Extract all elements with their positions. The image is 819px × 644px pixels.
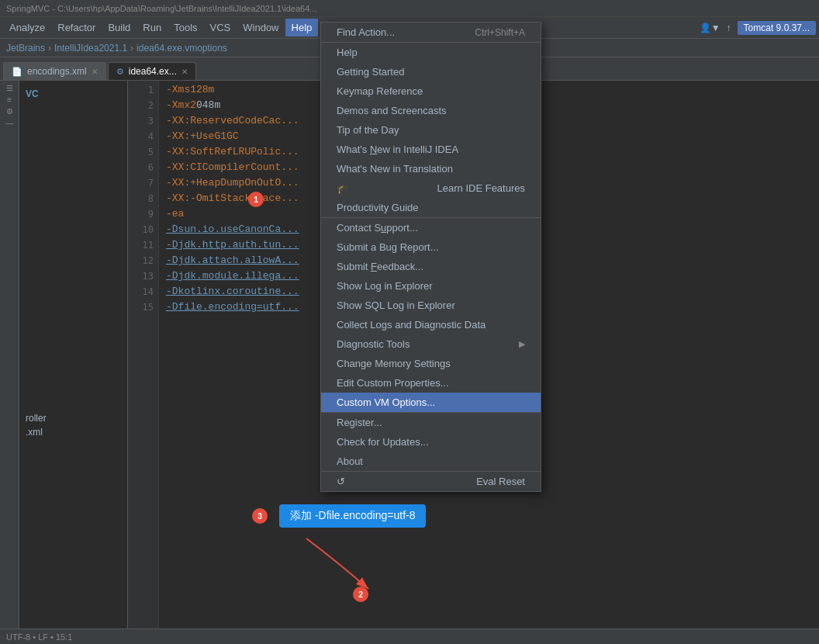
line-num-12: 12: [128, 253, 158, 268]
find-action-label: Find Action...: [337, 26, 395, 38]
annotation-bubble: 添加 -Dfile.encoding=utf-8: [279, 504, 426, 528]
menu-help[interactable]: Help: [285, 19, 319, 36]
annotation-bubble-text: 添加 -Dfile.encoding=utf-8: [290, 509, 415, 521]
breadcrumb-item-file[interactable]: idea64.exe.vmoptions: [136, 43, 227, 54]
menu-analyze[interactable]: Analyze: [3, 19, 51, 36]
learn-ide-label: Learn IDE Features: [437, 182, 525, 194]
annotation-circle-2: 2: [353, 587, 368, 602]
show-sql-log-label: Show SQL Log in Explorer: [337, 299, 455, 311]
tip-label: Tip of the Day: [337, 124, 399, 136]
menu-window[interactable]: Window: [237, 19, 285, 36]
contact-support-label: Contact Support...: [337, 222, 418, 234]
menu-submit-feedback[interactable]: Submit Feedback...: [321, 257, 541, 276]
menu-tools[interactable]: Tools: [168, 19, 203, 36]
breadcrumb-sep2: ›: [130, 43, 133, 54]
breadcrumb-sep1: ›: [48, 43, 51, 54]
sidebar: VC roller .xml: [19, 81, 128, 644]
line-num-4: 4: [128, 129, 158, 144]
menu-change-memory[interactable]: Change Memory Settings: [321, 354, 541, 373]
menu-eval-reset[interactable]: ↺ Eval Reset: [321, 471, 541, 491]
breadcrumb-item-idea[interactable]: IntelliJIdea2021.1: [54, 43, 127, 54]
menu-whats-new-idea[interactable]: What's New in IntelliJ IDEA: [321, 140, 541, 159]
xml-file-icon: 📄: [12, 67, 22, 77]
menu-show-sql-log[interactable]: Show SQL Log in Explorer: [321, 296, 541, 315]
custom-vm-options-label: Custom VM Options...: [337, 396, 435, 408]
tab-idea64-close[interactable]: ✕: [181, 68, 188, 76]
menu-vcs[interactable]: VCS: [204, 19, 237, 36]
gutter-icon-1[interactable]: ☰: [2, 84, 17, 92]
whats-new-translation-label: What's New in Translation: [337, 163, 453, 175]
menu-about[interactable]: About: [321, 452, 541, 471]
sidebar-xml[interactable]: .xml: [22, 425, 124, 439]
status-text: UTF-8 • LF • 15:1: [6, 632, 72, 642]
about-label: About: [337, 455, 363, 467]
menu-keymap-reference[interactable]: Keymap Reference: [321, 81, 541, 101]
menu-help-item[interactable]: Help: [321, 42, 541, 62]
line-num-10: 10: [128, 222, 158, 237]
menu-contact-support[interactable]: Contact Support...: [321, 217, 541, 237]
menu-demos-screencasts[interactable]: Demos and Screencasts: [321, 101, 541, 120]
window-title: SpringMVC - C:\Users\hp\AppData\Roaming\…: [6, 4, 317, 13]
menubar-right: 👤▼ ↑ Tomcat 9.0.37...: [700, 21, 816, 35]
line-num-11: 11: [128, 237, 158, 253]
keymap-label: Keymap Reference: [337, 85, 423, 97]
tomcat-button[interactable]: Tomcat 9.0.37...: [738, 21, 816, 35]
edit-custom-props-label: Edit Custom Properties...: [337, 377, 449, 389]
menu-find-action[interactable]: Find Action... Ctrl+Shift+A: [321, 23, 541, 42]
line-num-15: 15: [128, 299, 158, 315]
title-bar: SpringMVC - C:\Users\hp\AppData\Roaming\…: [0, 0, 819, 17]
annotation-circle-1: 1: [248, 192, 264, 207]
diagnostic-tools-label: Diagnostic Tools: [337, 338, 410, 350]
menu-submit-bug[interactable]: Submit a Bug Report...: [321, 237, 541, 257]
menu-learn-ide[interactable]: 🎓 Learn IDE Features: [321, 178, 541, 198]
breadcrumb-item-jetbrains[interactable]: JetBrains: [6, 43, 45, 54]
gutter-icon-3[interactable]: ⚙: [2, 107, 17, 116]
menu-productivity-guide[interactable]: Productivity Guide: [321, 198, 541, 217]
menu-run[interactable]: Run: [136, 19, 168, 36]
sidebar-roller[interactable]: roller: [22, 411, 124, 425]
line-num-5: 5: [128, 144, 158, 160]
help-dropdown-menu: Find Action... Ctrl+Shift+A Help Getting…: [320, 22, 541, 492]
left-gutter: ☰ ≡ ⚙ —: [0, 81, 19, 644]
show-log-label: Show Log in Explorer: [337, 280, 433, 292]
demos-label: Demos and Screencasts: [337, 105, 447, 116]
menu-edit-custom-props[interactable]: Edit Custom Properties...: [321, 373, 541, 393]
menu-whats-new-translation[interactable]: What's New in Translation: [321, 159, 541, 178]
menu-register[interactable]: Register...: [321, 412, 541, 432]
submit-bug-label: Submit a Bug Report...: [337, 241, 439, 253]
user-profile[interactable]: 👤▼: [700, 23, 721, 33]
menu-build[interactable]: Build: [102, 19, 136, 36]
menu-diagnostic-tools[interactable]: Diagnostic Tools ▶: [321, 334, 541, 354]
tab-encodings-close[interactable]: ✕: [92, 68, 98, 76]
menu-collect-logs[interactable]: Collect Logs and Diagnostic Data: [321, 315, 541, 334]
getting-started-label: Getting Started: [337, 66, 404, 78]
diagnostic-tools-arrow: ▶: [519, 339, 525, 349]
menu-tip-of-day[interactable]: Tip of the Day: [321, 120, 541, 140]
productivity-guide-label: Productivity Guide: [337, 202, 419, 213]
menu-refactor[interactable]: Refactor: [51, 19, 102, 36]
line-numbers: 1 2 3 4 5 6 7 8 9 10 11 12 13 14 15: [128, 81, 159, 644]
line-num-2: 2: [128, 98, 158, 113]
menu-check-updates[interactable]: Check for Updates...: [321, 432, 541, 452]
gutter-icon-4[interactable]: —: [2, 119, 17, 127]
tab-idea64[interactable]: ⚙ idea64.ex... ✕: [108, 62, 196, 80]
collect-logs-label: Collect Logs and Diagnostic Data: [337, 319, 486, 331]
line-num-9: 9: [128, 206, 158, 222]
line-num-6: 6: [128, 160, 158, 175]
register-label: Register...: [337, 417, 382, 428]
status-bar: UTF-8 • LF • 15:1: [0, 628, 819, 644]
menu-show-log[interactable]: Show Log in Explorer: [321, 276, 541, 296]
eval-reset-icon: ↺: [337, 476, 345, 487]
gutter-icon-2[interactable]: ≡: [2, 95, 17, 104]
help-item-label: Help: [337, 47, 358, 58]
vcs-icon[interactable]: ↑: [727, 23, 731, 33]
menu-getting-started[interactable]: Getting Started: [321, 62, 541, 81]
tab-encodings-label: encodings.xml: [27, 66, 87, 77]
submit-feedback-label: Submit Feedback...: [337, 261, 423, 272]
line-num-14: 14: [128, 284, 158, 299]
line-num-3: 3: [128, 113, 158, 129]
tab-encodings[interactable]: 📄 encodings.xml ✕: [3, 62, 106, 80]
eval-reset-label: Eval Reset: [476, 476, 525, 487]
menu-custom-vm-options[interactable]: Custom VM Options...: [321, 393, 541, 412]
sidebar-vc[interactable]: VC: [22, 87, 124, 101]
